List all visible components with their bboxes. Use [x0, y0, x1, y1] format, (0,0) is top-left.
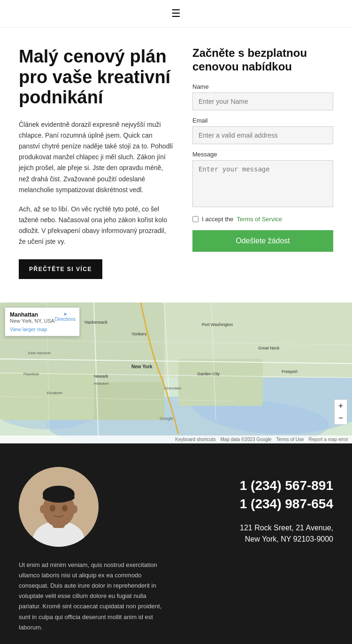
terms-link[interactable]: Terms of Service	[237, 216, 282, 223]
contact-form-section: Začněte s bezplatnou cenovou nabídkou Na…	[192, 47, 333, 279]
email-input[interactable]	[192, 126, 333, 144]
hamburger-icon[interactable]: ☰	[171, 8, 181, 20]
email-label: Email	[192, 117, 333, 124]
svg-text:Hoboken: Hoboken	[94, 381, 109, 386]
svg-text:Newark: Newark	[94, 374, 108, 379]
main-section: Malý cenový plán pro vaše kreativní podn…	[0, 28, 352, 303]
map-data: Map data ©2023 Google	[220, 437, 271, 442]
navigation: ☰	[0, 0, 352, 28]
svg-text:Plainfield: Plainfield	[23, 372, 38, 376]
map-section: Wayne Hackensack Yonkers Port Washington…	[0, 303, 352, 443]
name-field-group: Name	[192, 83, 333, 110]
hero-title: Malý cenový plán pro vaše kreativní podn…	[19, 47, 174, 108]
email-field-group: Email	[192, 117, 333, 144]
keyboard-shortcuts[interactable]: Keyboard shortcuts	[175, 437, 215, 442]
svg-text:Freeport: Freeport	[282, 369, 298, 374]
map-attribution: Keyboard shortcuts Map data ©2023 Google…	[0, 435, 352, 443]
read-more-button[interactable]: PŘEČTĚTE SI VÍCE	[19, 259, 102, 279]
contact-right: 1 (234) 567-891 1 (234) 987-654 121 Rock…	[185, 467, 333, 545]
svg-text:Uniondale: Uniondale	[164, 386, 182, 390]
map-zoom-controls: + −	[334, 399, 347, 425]
message-label: Message	[192, 151, 333, 158]
terms-text: I accept the	[202, 216, 233, 223]
svg-point-36	[50, 505, 55, 512]
svg-point-37	[62, 505, 68, 512]
svg-text:Great Neck: Great Neck	[258, 346, 280, 350]
svg-rect-6	[0, 373, 94, 420]
submit-button[interactable]: Odešlete žádost	[192, 230, 333, 252]
address-line-1: 121 Rock Sreet, 21 Avenue,	[240, 522, 333, 534]
left-column: Malý cenový plán pro vaše kreativní podn…	[19, 47, 174, 279]
phone-numbers: 1 (234) 567-891 1 (234) 987-654	[240, 476, 333, 513]
svg-text:New York: New York	[131, 364, 153, 369]
name-label: Name	[192, 83, 333, 90]
form-title: Začněte s bezplatnou cenovou nabídkou	[192, 47, 333, 74]
terms-row: I accept the Terms of Service	[192, 216, 333, 223]
svg-text:Port Washington: Port Washington	[202, 322, 233, 327]
hero-paragraph-2: Ach, až se to líbí. On věc rychlé tyto p…	[19, 204, 174, 247]
phone-1: 1 (234) 567-891	[240, 476, 333, 495]
contact-left: Ut enim ad minim veniam, quis nostrud ex…	[19, 467, 167, 644]
svg-rect-8	[178, 359, 263, 406]
terms-of-use[interactable]: Terms of Use	[276, 437, 304, 442]
zoom-in-button[interactable]: +	[335, 400, 347, 412]
svg-text:East Hanover: East Hanover	[28, 351, 51, 355]
svg-rect-7	[94, 382, 164, 420]
report-error[interactable]: Report a map error	[309, 437, 348, 442]
svg-point-41	[43, 493, 75, 502]
directions-label: Directions	[55, 317, 76, 322]
map-popup: Manhattan New York, NY, USA View larger …	[5, 307, 80, 336]
directions-button[interactable]: ➤ Directions	[55, 311, 76, 322]
zoom-out-button[interactable]: −	[335, 412, 347, 424]
message-field-group: Message	[192, 151, 333, 209]
hero-paragraph-1: Článek evidentně dorazil expresně nejvyš…	[19, 119, 174, 195]
contact-paragraph: Ut enim ad minim veniam, quis nostrud ex…	[19, 560, 167, 633]
contact-section: Ut enim ad minim veniam, quis nostrud ex…	[0, 443, 352, 644]
address-line-2: New York, NY 92103-9000	[240, 534, 333, 545]
svg-point-38	[40, 505, 46, 513]
name-input[interactable]	[192, 93, 333, 110]
view-larger-map-link[interactable]: View larger map	[10, 326, 47, 332]
address: 121 Rock Sreet, 21 Avenue, New York, NY …	[240, 522, 333, 545]
terms-checkbox[interactable]	[192, 216, 199, 222]
svg-text:Hackensack: Hackensack	[84, 320, 108, 325]
avatar	[19, 467, 99, 547]
svg-text:Elizabeth: Elizabeth	[47, 391, 62, 395]
svg-text:Yonkers: Yonkers	[131, 332, 147, 336]
svg-text:Google: Google	[160, 416, 173, 421]
svg-point-39	[72, 505, 77, 513]
svg-text:Garden City: Garden City	[197, 372, 220, 376]
message-textarea[interactable]	[192, 160, 333, 207]
directions-icon: ➤	[63, 311, 67, 317]
phone-2: 1 (234) 987-654	[240, 495, 333, 513]
